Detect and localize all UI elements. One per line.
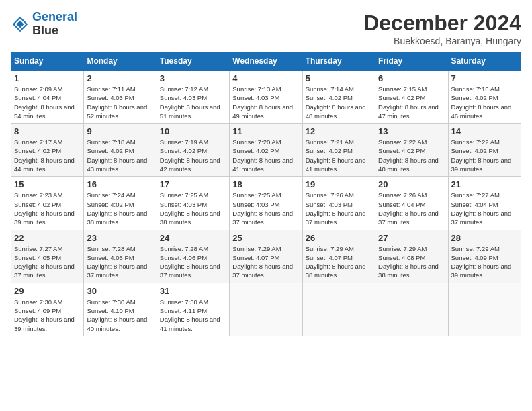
calendar-cell: 21Sunrise: 7:27 AMSunset: 4:04 PMDayligh…: [448, 177, 521, 230]
day-number: 28: [451, 233, 518, 243]
location-title: Buekkoesd, Baranya, Hungary: [363, 36, 521, 46]
calendar-week-row: 29Sunrise: 7:30 AMSunset: 4:09 PMDayligh…: [11, 283, 521, 336]
calendar-cell: [448, 283, 521, 336]
day-info: Sunrise: 7:26 AMSunset: 4:03 PMDaylight:…: [306, 191, 372, 226]
day-info: Sunrise: 7:14 AMSunset: 4:02 PMDaylight:…: [306, 85, 372, 120]
logo-text: General Blue: [32, 11, 77, 38]
day-number: 2: [87, 73, 153, 83]
day-number: 31: [160, 286, 226, 296]
calendar-body: 1Sunrise: 7:09 AMSunset: 4:04 PMDaylight…: [11, 71, 521, 336]
day-info: Sunrise: 7:30 AMSunset: 4:11 PMDaylight:…: [160, 298, 226, 333]
logo-line2: Blue: [32, 24, 77, 38]
calendar-cell: 18Sunrise: 7:25 AMSunset: 4:03 PMDayligh…: [230, 177, 302, 230]
calendar-cell: 9Sunrise: 7:18 AMSunset: 4:02 PMDaylight…: [84, 124, 157, 177]
day-info: Sunrise: 7:26 AMSunset: 4:04 PMDaylight:…: [378, 191, 445, 226]
title-area: December 2024 Buekkoesd, Baranya, Hungar…: [363, 11, 521, 46]
calendar-header: SundayMondayTuesdayWednesdayThursdayFrid…: [11, 52, 521, 71]
weekday-header: Sunday: [11, 52, 84, 71]
weekday-header: Monday: [84, 52, 157, 71]
day-info: Sunrise: 7:27 AMSunset: 4:04 PMDaylight:…: [451, 191, 518, 226]
day-number: 30: [87, 286, 153, 296]
calendar-table: SundayMondayTuesdayWednesdayThursdayFrid…: [11, 52, 521, 336]
day-number: 6: [378, 73, 445, 83]
day-number: 26: [306, 233, 372, 243]
day-info: Sunrise: 7:25 AMSunset: 4:03 PMDaylight:…: [160, 191, 226, 226]
calendar-cell: 10Sunrise: 7:19 AMSunset: 4:02 PMDayligh…: [157, 124, 229, 177]
day-info: Sunrise: 7:21 AMSunset: 4:02 PMDaylight:…: [306, 138, 372, 173]
calendar-cell: 29Sunrise: 7:30 AMSunset: 4:09 PMDayligh…: [11, 283, 84, 336]
calendar-cell: 12Sunrise: 7:21 AMSunset: 4:02 PMDayligh…: [302, 124, 375, 177]
calendar-cell: [230, 283, 302, 336]
calendar-cell: [302, 283, 375, 336]
day-info: Sunrise: 7:22 AMSunset: 4:02 PMDaylight:…: [378, 138, 445, 173]
header: General Blue December 2024 Buekkoesd, Ba…: [11, 11, 521, 46]
day-number: 10: [160, 126, 226, 136]
day-number: 17: [160, 179, 226, 189]
calendar-cell: 3Sunrise: 7:12 AMSunset: 4:03 PMDaylight…: [157, 71, 229, 124]
weekday-header: Saturday: [448, 52, 521, 71]
day-number: 13: [378, 126, 445, 136]
day-number: 25: [232, 233, 299, 243]
calendar-cell: 17Sunrise: 7:25 AMSunset: 4:03 PMDayligh…: [157, 177, 229, 230]
calendar-cell: 2Sunrise: 7:11 AMSunset: 4:03 PMDaylight…: [84, 71, 157, 124]
day-number: 19: [306, 179, 372, 189]
calendar-week-row: 1Sunrise: 7:09 AMSunset: 4:04 PMDaylight…: [11, 71, 521, 124]
day-number: 1: [14, 73, 81, 83]
day-number: 24: [160, 233, 226, 243]
day-number: 20: [378, 179, 445, 189]
logo: General Blue: [11, 11, 77, 38]
day-info: Sunrise: 7:13 AMSunset: 4:03 PMDaylight:…: [232, 85, 299, 120]
calendar-week-row: 22Sunrise: 7:27 AMSunset: 4:05 PMDayligh…: [11, 230, 521, 283]
calendar-cell: 5Sunrise: 7:14 AMSunset: 4:02 PMDaylight…: [302, 71, 375, 124]
day-info: Sunrise: 7:24 AMSunset: 4:02 PMDaylight:…: [87, 191, 153, 226]
day-info: Sunrise: 7:30 AMSunset: 4:09 PMDaylight:…: [14, 298, 81, 333]
logo-icon: [11, 15, 30, 34]
day-number: 18: [232, 179, 299, 189]
calendar-cell: 6Sunrise: 7:15 AMSunset: 4:02 PMDaylight…: [375, 71, 448, 124]
month-title: December 2024: [363, 11, 521, 36]
weekday-header: Wednesday: [230, 52, 302, 71]
day-number: 9: [87, 126, 153, 136]
day-number: 4: [232, 73, 299, 83]
day-info: Sunrise: 7:28 AMSunset: 4:05 PMDaylight:…: [87, 244, 153, 280]
calendar-week-row: 8Sunrise: 7:17 AMSunset: 4:02 PMDaylight…: [11, 124, 521, 177]
calendar-cell: 23Sunrise: 7:28 AMSunset: 4:05 PMDayligh…: [84, 230, 157, 283]
day-info: Sunrise: 7:29 AMSunset: 4:09 PMDaylight:…: [451, 244, 518, 280]
calendar-cell: 27Sunrise: 7:29 AMSunset: 4:08 PMDayligh…: [375, 230, 448, 283]
day-number: 5: [306, 73, 372, 83]
day-number: 16: [87, 179, 153, 189]
calendar-cell: 13Sunrise: 7:22 AMSunset: 4:02 PMDayligh…: [375, 124, 448, 177]
day-number: 14: [451, 126, 518, 136]
day-info: Sunrise: 7:30 AMSunset: 4:10 PMDaylight:…: [87, 298, 153, 333]
calendar-cell: 22Sunrise: 7:27 AMSunset: 4:05 PMDayligh…: [11, 230, 84, 283]
day-number: 12: [306, 126, 372, 136]
calendar-cell: 7Sunrise: 7:16 AMSunset: 4:02 PMDaylight…: [448, 71, 521, 124]
day-info: Sunrise: 7:29 AMSunset: 4:08 PMDaylight:…: [378, 244, 445, 280]
day-info: Sunrise: 7:23 AMSunset: 4:02 PMDaylight:…: [14, 191, 81, 226]
day-info: Sunrise: 7:16 AMSunset: 4:02 PMDaylight:…: [451, 85, 518, 120]
day-info: Sunrise: 7:18 AMSunset: 4:02 PMDaylight:…: [87, 138, 153, 173]
calendar-cell: [375, 283, 448, 336]
weekday-header: Thursday: [302, 52, 375, 71]
calendar-cell: 16Sunrise: 7:24 AMSunset: 4:02 PMDayligh…: [84, 177, 157, 230]
calendar-cell: 14Sunrise: 7:22 AMSunset: 4:02 PMDayligh…: [448, 124, 521, 177]
day-info: Sunrise: 7:15 AMSunset: 4:02 PMDaylight:…: [378, 85, 445, 120]
day-info: Sunrise: 7:09 AMSunset: 4:04 PMDaylight:…: [14, 85, 81, 120]
calendar-cell: 31Sunrise: 7:30 AMSunset: 4:11 PMDayligh…: [157, 283, 229, 336]
calendar-week-row: 15Sunrise: 7:23 AMSunset: 4:02 PMDayligh…: [11, 177, 521, 230]
day-info: Sunrise: 7:11 AMSunset: 4:03 PMDaylight:…: [87, 85, 153, 120]
logo-line1: General: [32, 10, 77, 24]
weekday-header: Friday: [375, 52, 448, 71]
calendar-cell: 26Sunrise: 7:29 AMSunset: 4:07 PMDayligh…: [302, 230, 375, 283]
day-number: 21: [451, 179, 518, 189]
day-number: 22: [14, 233, 81, 243]
day-number: 8: [14, 126, 81, 136]
calendar-cell: 15Sunrise: 7:23 AMSunset: 4:02 PMDayligh…: [11, 177, 84, 230]
calendar-cell: 19Sunrise: 7:26 AMSunset: 4:03 PMDayligh…: [302, 177, 375, 230]
day-number: 23: [87, 233, 153, 243]
calendar-cell: 28Sunrise: 7:29 AMSunset: 4:09 PMDayligh…: [448, 230, 521, 283]
day-number: 15: [14, 179, 81, 189]
day-number: 7: [451, 73, 518, 83]
day-info: Sunrise: 7:22 AMSunset: 4:02 PMDaylight:…: [451, 138, 518, 173]
calendar-cell: 4Sunrise: 7:13 AMSunset: 4:03 PMDaylight…: [230, 71, 302, 124]
